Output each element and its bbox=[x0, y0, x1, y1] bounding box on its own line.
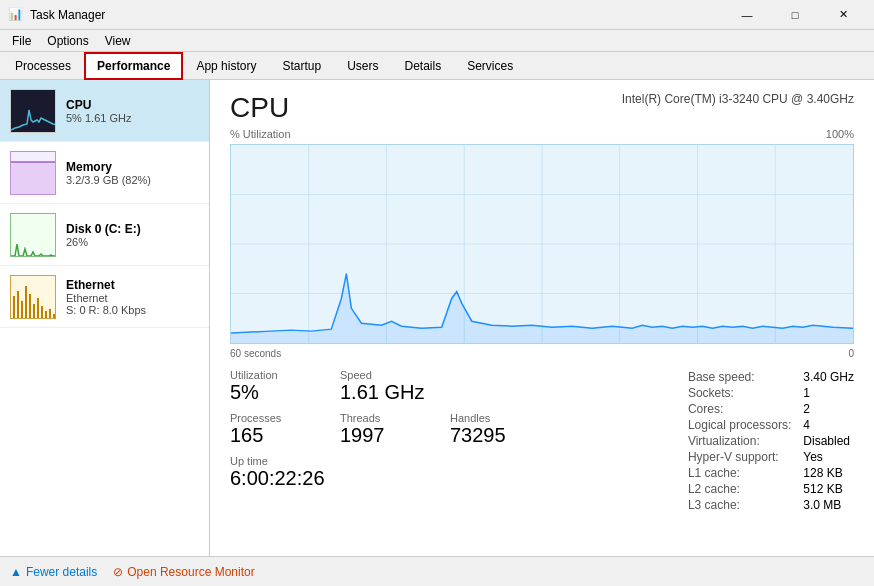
percent-label: 100% bbox=[826, 128, 854, 142]
menu-bar: File Options View bbox=[0, 30, 874, 52]
utilization-stat: Utilization 5% bbox=[230, 369, 310, 404]
threads-stat: Threads 1997 bbox=[340, 412, 420, 447]
svg-rect-2 bbox=[17, 291, 19, 318]
logical-key: Logical processors: bbox=[688, 417, 803, 433]
sockets-key: Sockets: bbox=[688, 385, 803, 401]
svg-rect-10 bbox=[49, 309, 51, 318]
handles-stat-value: 73295 bbox=[450, 424, 530, 447]
left-stats: Utilization 5% Speed 1.61 GHz Processes … bbox=[230, 369, 530, 513]
svg-rect-4 bbox=[25, 286, 27, 318]
speed-stat: Speed 1.61 GHz bbox=[340, 369, 424, 404]
menu-view[interactable]: View bbox=[97, 32, 139, 50]
tab-apphistory[interactable]: App history bbox=[183, 52, 269, 80]
svg-rect-1 bbox=[13, 296, 15, 318]
cpu-chart-svg bbox=[231, 145, 853, 343]
sys-info-table: Base speed: 3.40 GHz Sockets: 1 Cores: 2… bbox=[688, 369, 854, 513]
tab-bar: Processes Performance App history Startu… bbox=[0, 52, 874, 80]
svg-rect-3 bbox=[21, 301, 23, 318]
sidebar-ethernet-subname: Ethernet bbox=[66, 292, 199, 304]
l3-key: L3 cache: bbox=[688, 497, 803, 513]
uptime-stat-value: 6:00:22:26 bbox=[230, 467, 530, 490]
sidebar-cpu-name: CPU bbox=[66, 98, 199, 112]
menu-file[interactable]: File bbox=[4, 32, 39, 50]
sidebar-cpu-value: 5% 1.61 GHz bbox=[66, 112, 199, 124]
sidebar-disk-value: 26% bbox=[66, 236, 199, 248]
cores-val: 2 bbox=[803, 401, 854, 417]
base-speed-key: Base speed: bbox=[688, 369, 803, 385]
utilization-label: % Utilization bbox=[230, 128, 291, 140]
sidebar-item-disk[interactable]: Disk 0 (C: E:) 26% bbox=[0, 204, 209, 266]
main-content: CPU 5% 1.61 GHz Memory 3.2/3.9 GB (82%) bbox=[0, 80, 874, 556]
processes-threads-handles-row: Processes 165 Threads 1997 Handles 73295 bbox=[230, 412, 530, 447]
virtualization-row: Virtualization: Disabled bbox=[688, 433, 854, 449]
cpu-model: Intel(R) Core(TM) i3-3240 CPU @ 3.40GHz bbox=[622, 92, 854, 106]
right-panel: CPU Intel(R) Core(TM) i3-3240 CPU @ 3.40… bbox=[210, 80, 874, 556]
tab-performance[interactable]: Performance bbox=[84, 52, 183, 80]
l1-row: L1 cache: 128 KB bbox=[688, 465, 854, 481]
fewer-details-label: Fewer details bbox=[26, 565, 97, 579]
chart-label-left: 60 seconds bbox=[230, 348, 281, 359]
hyperv-val: Yes bbox=[803, 449, 854, 465]
stats-area: Utilization 5% Speed 1.61 GHz Processes … bbox=[230, 369, 854, 513]
svg-rect-6 bbox=[33, 304, 35, 318]
minimize-button[interactable]: — bbox=[724, 0, 770, 30]
resource-monitor-icon: ⊘ bbox=[113, 565, 123, 579]
sidebar-memory-info: Memory 3.2/3.9 GB (82%) bbox=[66, 160, 199, 186]
l2-val: 512 KB bbox=[803, 481, 854, 497]
processes-stat-value: 165 bbox=[230, 424, 310, 447]
l3-row: L3 cache: 3.0 MB bbox=[688, 497, 854, 513]
cores-key: Cores: bbox=[688, 401, 803, 417]
tab-details[interactable]: Details bbox=[391, 52, 454, 80]
utilization-stat-value: 5% bbox=[230, 381, 310, 404]
sidebar-ethernet-info: Ethernet Ethernet S: 0 R: 8.0 Kbps bbox=[66, 278, 199, 316]
logical-row: Logical processors: 4 bbox=[688, 417, 854, 433]
svg-rect-11 bbox=[53, 314, 55, 318]
bottom-bar: ▲ Fewer details ⊘ Open Resource Monitor bbox=[0, 556, 874, 586]
resource-monitor-label: Open Resource Monitor bbox=[127, 565, 254, 579]
processes-stat-label: Processes bbox=[230, 412, 310, 424]
uptime-stat-label: Up time bbox=[230, 455, 530, 467]
menu-options[interactable]: Options bbox=[39, 32, 96, 50]
speed-stat-value: 1.61 GHz bbox=[340, 381, 424, 404]
handles-stat: Handles 73295 bbox=[450, 412, 530, 447]
title-bar: 📊 Task Manager — □ ✕ bbox=[0, 0, 874, 30]
cpu-title: CPU bbox=[230, 92, 289, 124]
uptime-stat: Up time 6:00:22:26 bbox=[230, 455, 530, 490]
svg-rect-8 bbox=[41, 306, 43, 318]
sidebar-item-memory[interactable]: Memory 3.2/3.9 GB (82%) bbox=[0, 142, 209, 204]
cores-row: Cores: 2 bbox=[688, 401, 854, 417]
sidebar: CPU 5% 1.61 GHz Memory 3.2/3.9 GB (82%) bbox=[0, 80, 210, 556]
sidebar-memory-value: 3.2/3.9 GB (82%) bbox=[66, 174, 199, 186]
utilization-stat-label: Utilization bbox=[230, 369, 310, 381]
maximize-button[interactable]: □ bbox=[772, 0, 818, 30]
sidebar-item-cpu[interactable]: CPU 5% 1.61 GHz bbox=[0, 80, 209, 142]
tab-services[interactable]: Services bbox=[454, 52, 526, 80]
tab-startup[interactable]: Startup bbox=[269, 52, 334, 80]
virtualization-val: Disabled bbox=[803, 433, 854, 449]
logical-val: 4 bbox=[803, 417, 854, 433]
sockets-row: Sockets: 1 bbox=[688, 385, 854, 401]
tab-processes[interactable]: Processes bbox=[2, 52, 84, 80]
l2-row: L2 cache: 512 KB bbox=[688, 481, 854, 497]
speed-stat-label: Speed bbox=[340, 369, 424, 381]
close-button[interactable]: ✕ bbox=[820, 0, 866, 30]
l1-key: L1 cache: bbox=[688, 465, 803, 481]
virtualization-key: Virtualization: bbox=[688, 433, 803, 449]
svg-rect-7 bbox=[37, 298, 39, 318]
fewer-details-link[interactable]: ▲ Fewer details bbox=[10, 565, 97, 579]
window-controls: — □ ✕ bbox=[724, 0, 866, 30]
hyperv-row: Hyper-V support: Yes bbox=[688, 449, 854, 465]
tab-users[interactable]: Users bbox=[334, 52, 391, 80]
sidebar-ethernet-name: Ethernet bbox=[66, 278, 199, 292]
processes-stat: Processes 165 bbox=[230, 412, 310, 447]
sidebar-item-ethernet[interactable]: Ethernet Ethernet S: 0 R: 8.0 Kbps bbox=[0, 266, 209, 328]
chart-labels: 60 seconds 0 bbox=[230, 348, 854, 359]
sidebar-cpu-info: CPU 5% 1.61 GHz bbox=[66, 98, 199, 124]
l2-key: L2 cache: bbox=[688, 481, 803, 497]
app-icon: 📊 bbox=[8, 7, 24, 23]
base-speed-row: Base speed: 3.40 GHz bbox=[688, 369, 854, 385]
open-resource-monitor-link[interactable]: ⊘ Open Resource Monitor bbox=[113, 565, 254, 579]
handles-stat-label: Handles bbox=[450, 412, 530, 424]
threads-stat-label: Threads bbox=[340, 412, 420, 424]
fewer-details-icon: ▲ bbox=[10, 565, 22, 579]
